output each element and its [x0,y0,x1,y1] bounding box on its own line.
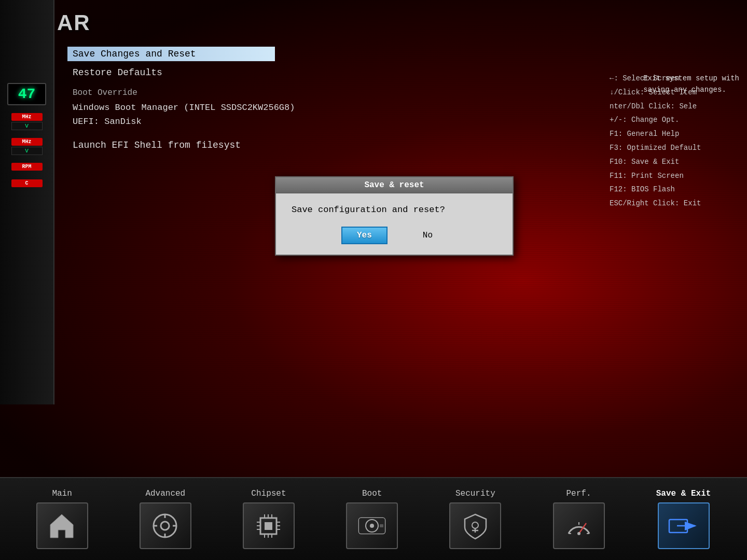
dialog-message: Save configuration and reset? [292,204,497,216]
dialog-no-button[interactable]: No [408,227,447,244]
dialog-overlay: Save & reset Save configuration and rese… [0,0,747,560]
dialog-title: Save & reset [276,177,513,193]
dialog-body: Save configuration and reset? Yes No [276,193,513,255]
save-reset-dialog: Save & reset Save configuration and rese… [275,176,514,256]
dialog-buttons: Yes No [292,227,497,244]
dialog-yes-button[interactable]: Yes [341,227,388,244]
